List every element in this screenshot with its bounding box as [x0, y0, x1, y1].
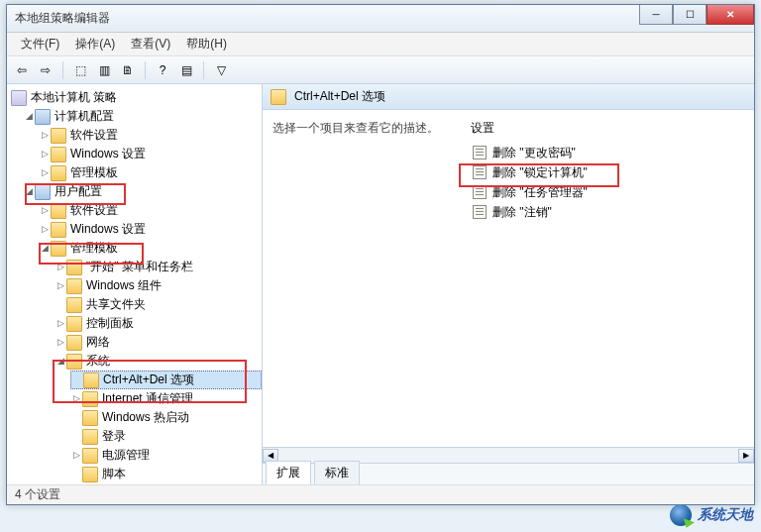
tree-item[interactable]: ▷网络 — [54, 333, 262, 352]
tree-item[interactable]: ▷管理模板 — [39, 163, 262, 182]
folder-icon — [51, 165, 66, 181]
export-list-icon[interactable]: 🗎 — [117, 59, 139, 81]
help-icon[interactable]: ? — [152, 59, 173, 81]
tree-item[interactable]: ▷Windows 设置 — [39, 145, 262, 163]
settings-column: 设置 删除 "更改密码" 删除 "锁定计算机" 删除 "任务管理器" 删除 "注… — [461, 110, 754, 447]
folder-icon — [82, 429, 98, 445]
tree-root[interactable]: 本地计算机 策略 — [7, 88, 262, 107]
back-icon[interactable]: ⇦ — [11, 59, 33, 81]
window-controls: ─ ☐ ✕ — [639, 5, 754, 25]
setting-label: 删除 "任务管理器" — [492, 184, 588, 201]
tree-label: Internet 通信管理 — [102, 389, 193, 408]
expand-icon[interactable]: ▷ — [54, 333, 66, 352]
details-body: 选择一个项目来查看它的描述。 设置 删除 "更改密码" 删除 "锁定计算机" 删… — [263, 110, 754, 447]
tree-item[interactable]: Windows 热启动 — [70, 408, 262, 427]
tree-label: 软件设置 — [70, 201, 118, 220]
right-pane: Ctrl+Alt+Del 选项 选择一个项目来查看它的描述。 设置 删除 "更改… — [263, 84, 754, 484]
tree-label: 共享文件夹 — [86, 295, 146, 314]
details-header: Ctrl+Alt+Del 选项 — [263, 84, 754, 110]
tree-item[interactable]: ▷电源管理 — [70, 446, 262, 465]
properties-icon[interactable]: ▤ — [175, 59, 197, 81]
up-icon[interactable]: ⬚ — [69, 59, 91, 81]
tree-item[interactable]: ▷Internet 通信管理 — [70, 389, 262, 408]
folder-icon — [66, 278, 82, 294]
folder-icon — [82, 391, 98, 407]
setting-item[interactable]: 删除 "注销" — [471, 202, 744, 222]
tree-system[interactable]: ◢系统 — [54, 352, 262, 371]
setting-item[interactable]: 删除 "任务管理器" — [471, 182, 744, 202]
menu-view[interactable]: 查看(V) — [123, 34, 178, 54]
tree-label: Windows 组件 — [86, 276, 162, 295]
expand-icon[interactable]: ▷ — [39, 163, 51, 182]
folder-icon — [51, 222, 66, 238]
tree-admin-templates[interactable]: ◢管理模板 — [39, 239, 262, 258]
expand-icon[interactable]: ▷ — [54, 258, 66, 276]
folder-icon — [66, 335, 82, 351]
tree-item[interactable]: ▷"开始" 菜单和任务栏 — [54, 258, 262, 276]
forward-icon[interactable]: ⇨ — [35, 59, 56, 81]
tab-standard[interactable]: 标准 — [314, 461, 360, 484]
tree-label: "开始" 菜单和任务栏 — [86, 258, 193, 276]
tree-item[interactable]: ▷软件设置 — [39, 126, 262, 145]
tree-computer-config[interactable]: ◢ 计算机配置 — [23, 107, 262, 126]
statusbar: 4 个设置 — [7, 484, 754, 504]
filter-icon[interactable]: ▽ — [210, 59, 232, 81]
details-tabs: 扩展 标准 — [263, 463, 754, 484]
setting-label: 删除 "注销" — [492, 204, 552, 221]
expand-icon[interactable]: ▷ — [70, 389, 82, 408]
tree-item[interactable]: 登录 — [70, 427, 262, 446]
tree-item[interactable]: ▷Windows 组件 — [54, 276, 262, 295]
expand-icon[interactable]: ▷ — [54, 314, 66, 333]
content-area: 本地计算机 策略 ◢ 计算机配置 ▷软件设置 ▷Windows 设置 ▷管理模板… — [7, 84, 754, 484]
computer-icon — [35, 109, 51, 125]
app-window: 本地组策略编辑器 ─ ☐ ✕ 文件(F) 操作(A) 查看(V) 帮助(H) ⇦… — [6, 4, 755, 505]
setting-item[interactable]: 删除 "锁定计算机" — [471, 162, 744, 182]
folder-icon — [82, 410, 98, 426]
tree-item[interactable]: ▷Windows 设置 — [39, 220, 262, 239]
policy-icon — [473, 165, 487, 179]
toolbar: ⇦ ⇨ ⬚ ▥ 🗎 ? ▤ ▽ — [7, 56, 754, 84]
close-button[interactable]: ✕ — [707, 5, 754, 25]
folder-icon — [271, 89, 286, 105]
tree-item[interactable]: ▷控制面板 — [54, 314, 262, 333]
tree-item[interactable]: 共享文件夹 — [54, 295, 262, 314]
expand-icon[interactable]: ▷ — [39, 145, 51, 163]
collapse-icon[interactable]: ◢ — [39, 239, 51, 258]
tree-label: 用户配置 — [54, 182, 102, 201]
scroll-right-icon[interactable]: ▶ — [738, 449, 754, 463]
tree-ctrl-alt-del[interactable]: Ctrl+Alt+Del 选项 — [70, 371, 262, 389]
folder-icon — [83, 372, 99, 388]
menu-help[interactable]: 帮助(H) — [178, 34, 235, 54]
tree-label: 管理模板 — [70, 163, 118, 182]
tree-label: Windows 设置 — [70, 220, 146, 239]
collapse-icon[interactable]: ◢ — [23, 107, 35, 126]
details-title: Ctrl+Alt+Del 选项 — [294, 88, 385, 105]
expand-icon[interactable]: ▷ — [54, 276, 66, 295]
collapse-icon[interactable]: ◢ — [23, 182, 35, 201]
tree-pane[interactable]: 本地计算机 策略 ◢ 计算机配置 ▷软件设置 ▷Windows 设置 ▷管理模板… — [7, 84, 263, 484]
menu-action[interactable]: 操作(A) — [67, 34, 123, 54]
folder-icon — [66, 354, 82, 370]
tree-label: Windows 热启动 — [102, 408, 189, 427]
folder-icon — [51, 147, 66, 162]
tree-label: Ctrl+Alt+Del 选项 — [103, 371, 194, 389]
show-hide-tree-icon[interactable]: ▥ — [93, 59, 115, 81]
policy-icon — [473, 146, 487, 160]
folder-icon — [51, 203, 66, 219]
maximize-button[interactable]: ☐ — [673, 5, 707, 25]
tree-item[interactable]: 脚本 — [70, 465, 262, 483]
tree-item[interactable]: ▷软件设置 — [39, 201, 262, 220]
menu-file[interactable]: 文件(F) — [13, 34, 67, 54]
minimize-button[interactable]: ─ — [639, 5, 673, 25]
expand-icon[interactable]: ▷ — [39, 201, 51, 220]
collapse-icon[interactable]: ◢ — [54, 352, 66, 371]
settings-header: 设置 — [471, 120, 744, 137]
tree-user-config[interactable]: ◢ 用户配置 — [23, 182, 262, 201]
status-text: 4 个设置 — [15, 486, 60, 503]
expand-icon[interactable]: ▷ — [39, 220, 51, 239]
tab-extended[interactable]: 扩展 — [266, 461, 311, 484]
expand-icon[interactable]: ▷ — [39, 126, 51, 145]
setting-item[interactable]: 删除 "更改密码" — [471, 143, 744, 162]
watermark: 系统天地 — [670, 504, 753, 526]
expand-icon[interactable]: ▷ — [70, 446, 82, 465]
